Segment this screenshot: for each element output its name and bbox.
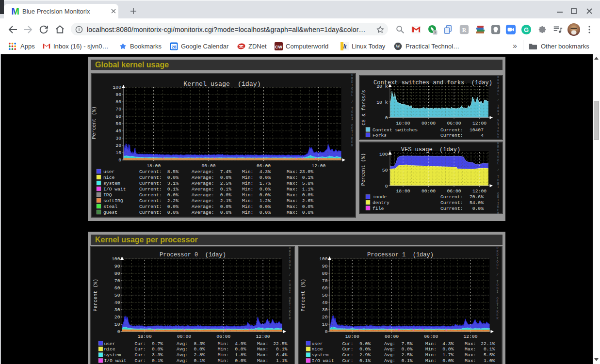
- svg-text:W: W: [396, 44, 401, 49]
- svg-text:?: ?: [434, 31, 437, 35]
- svg-text:28: 28: [172, 45, 177, 49]
- svg-text:M: M: [11, 7, 19, 16]
- svg-text:R: R: [462, 27, 467, 33]
- svg-text:lt: lt: [343, 43, 347, 50]
- svg-text:G: G: [524, 26, 529, 33]
- svg-text:CW: CW: [275, 45, 282, 49]
